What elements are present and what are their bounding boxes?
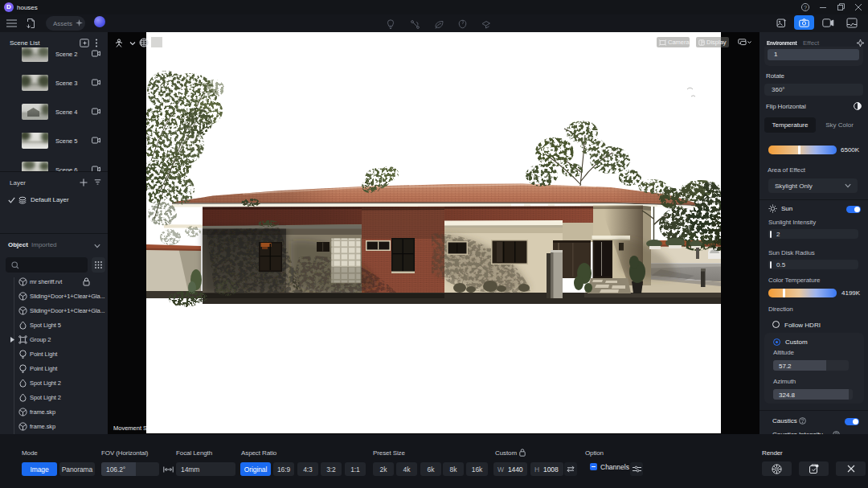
svg-text:?: ? xyxy=(804,4,807,11)
